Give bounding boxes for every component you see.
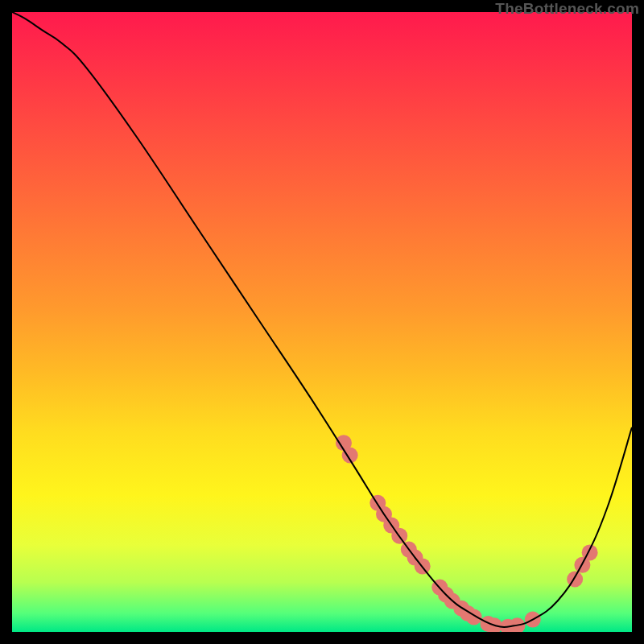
chart-overlay [12,12,632,632]
scatter-points [336,435,598,632]
watermark-text: TheBottleneck.com [495,0,639,18]
data-point [582,544,598,560]
curve-line [12,12,632,627]
